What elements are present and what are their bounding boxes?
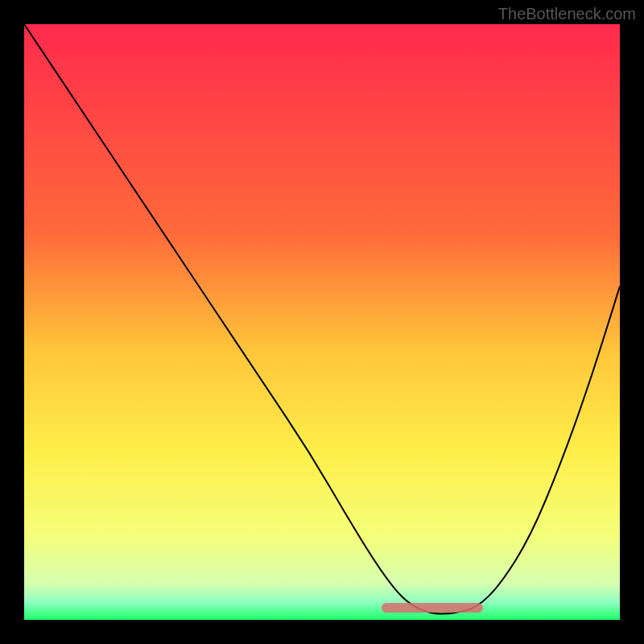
optimal-range-highlight <box>382 603 483 613</box>
watermark-text: TheBottleneck.com <box>498 5 636 23</box>
curve-svg <box>24 24 620 620</box>
chart-container: TheBottleneck.com <box>0 0 644 644</box>
plot-area <box>24 24 620 620</box>
bottleneck-curve <box>24 24 620 614</box>
